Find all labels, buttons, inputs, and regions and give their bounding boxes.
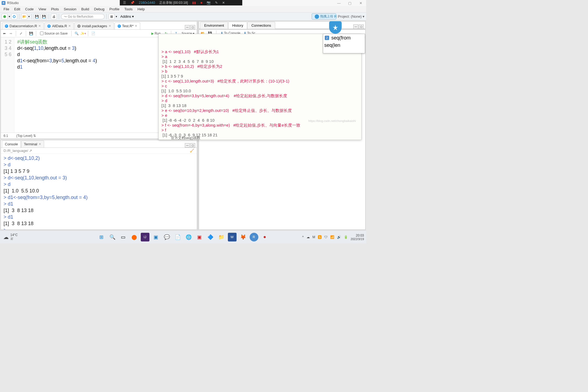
open-file-button[interactable]: 📂 bbox=[21, 14, 27, 20]
tab-test-r-[interactable]: RTest.R*✕ bbox=[115, 22, 140, 29]
record-icon[interactable]: ● bbox=[261, 233, 269, 241]
r-file-icon: R bbox=[5, 24, 8, 28]
menu-code[interactable]: Code bbox=[23, 7, 36, 11]
grid-button[interactable]: ⊞ bbox=[109, 14, 115, 20]
close-button[interactable]: ✕ bbox=[355, 0, 366, 6]
save-all-button[interactable]: 💾 bbox=[41, 14, 47, 20]
maximize-pane-icon[interactable]: ▢ bbox=[359, 24, 364, 29]
save-icon[interactable]: 💾 bbox=[29, 31, 33, 36]
thunder-app-icon[interactable] bbox=[329, 21, 342, 34]
task-view-button[interactable]: ▭ bbox=[119, 233, 128, 241]
app-icon[interactable]: IJ bbox=[141, 233, 149, 241]
camera-icon[interactable]: 📷 bbox=[207, 1, 211, 5]
wifi-icon[interactable]: 📶 bbox=[330, 235, 334, 239]
maximize-button[interactable]: ▢ bbox=[344, 0, 355, 6]
menu-edit[interactable]: Edit bbox=[12, 7, 23, 11]
close-icon[interactable]: ✕ bbox=[109, 24, 111, 28]
close-icon[interactable]: ✕ bbox=[135, 24, 137, 28]
battery-icon[interactable]: 🔋 bbox=[344, 235, 348, 239]
stop-icon[interactable]: ■ bbox=[200, 1, 202, 5]
security-icon[interactable]: 🛡 bbox=[324, 235, 327, 239]
goto-icon: ↪ bbox=[64, 15, 67, 19]
word-icon[interactable]: W bbox=[228, 233, 237, 241]
menu-debug[interactable]: Debug bbox=[91, 7, 107, 11]
pause-icon[interactable]: ▮▮ bbox=[192, 1, 196, 5]
search-button[interactable]: 🔍 bbox=[108, 233, 117, 241]
goto-input[interactable]: ↪Go to file/function bbox=[61, 14, 105, 19]
menu-tools[interactable]: Tools bbox=[122, 7, 135, 11]
find-icon[interactable]: 🔍 bbox=[74, 31, 79, 36]
screen-dimensions: 588x392 bbox=[139, 1, 155, 5]
menu-help[interactable]: Help bbox=[135, 7, 147, 11]
close-icon[interactable]: ✕ bbox=[68, 24, 71, 28]
tab-history[interactable]: History bbox=[228, 22, 247, 29]
clear-console-icon[interactable]: 🧹 bbox=[190, 149, 194, 153]
explorer-icon[interactable]: 📁 bbox=[217, 233, 226, 241]
menu-file[interactable]: File bbox=[1, 7, 12, 11]
scope-indicator[interactable]: (Top Level) ⇅ bbox=[16, 134, 36, 138]
maximize-pane-icon[interactable]: ▢ bbox=[190, 25, 195, 29]
menu-profile[interactable]: Profile bbox=[107, 7, 122, 11]
clock[interactable]: 20:032022/3/19 bbox=[351, 234, 364, 241]
tab-terminal[interactable]: Terminal✕ bbox=[21, 140, 44, 148]
tab-install-packages[interactable]: ∞install.packages✕ bbox=[74, 22, 114, 29]
start-button[interactable]: ⊞ bbox=[97, 233, 106, 241]
new-project-button[interactable] bbox=[11, 14, 17, 20]
upload-button[interactable]: 拖拽上传 bbox=[312, 13, 336, 20]
forward-icon[interactable]: ➡ bbox=[8, 31, 13, 36]
sogou-icon[interactable]: S bbox=[318, 235, 321, 239]
back-icon[interactable]: ⬅ bbox=[2, 31, 7, 36]
wand-icon[interactable]: ✨▾ bbox=[81, 31, 85, 36]
weather-icon: ☁ bbox=[3, 234, 9, 240]
recording-bar: ☰ 📌 588x392 正在录制 [00:03:18] ▮▮ ■ 📷 ✎ ✕ bbox=[120, 0, 242, 5]
chrome-icon[interactable]: 🌐 bbox=[184, 233, 193, 241]
tab-datacorrelation-r[interactable]: RDatacorrelation.R✕ bbox=[2, 22, 44, 29]
show-in-new-window-icon[interactable]: ⤢ bbox=[19, 31, 23, 36]
menu-session[interactable]: Session bbox=[61, 7, 79, 11]
app-icon[interactable]: 📄 bbox=[173, 233, 182, 241]
wechat-icon[interactable]: 💬 bbox=[163, 233, 171, 241]
minimize-pane-icon[interactable]: ― bbox=[185, 143, 190, 148]
source-on-save-checkbox[interactable]: Source on Save bbox=[39, 31, 69, 36]
app-icon[interactable]: ⬤ bbox=[130, 233, 139, 241]
maximize-pane-icon[interactable]: ▢ bbox=[190, 143, 195, 148]
minimize-button[interactable]: ― bbox=[333, 0, 344, 6]
tab-console[interactable]: Console bbox=[2, 140, 21, 148]
hamburger-icon[interactable]: ☰ bbox=[123, 1, 126, 5]
menu-view[interactable]: View bbox=[36, 7, 48, 11]
report-icon[interactable]: 📄 bbox=[91, 31, 96, 36]
print-button[interactable]: 🖨 bbox=[51, 14, 57, 20]
weather-widget[interactable]: ☁ 14°C雾 bbox=[3, 233, 18, 241]
firefox-icon[interactable]: 🦊 bbox=[239, 233, 247, 241]
minimize-pane-icon[interactable]: ― bbox=[185, 25, 190, 29]
app-icon[interactable]: 🔷 bbox=[206, 233, 215, 241]
new-file-button[interactable] bbox=[2, 14, 8, 20]
pencil-icon[interactable]: ✎ bbox=[215, 1, 218, 5]
tray-chevron-icon[interactable]: ^ bbox=[302, 235, 304, 239]
source-tabs: RDatacorrelation.R✕RAllData.R✕∞install.p… bbox=[1, 22, 197, 30]
project-selector[interactable]: RProject: (None) ▾ bbox=[334, 14, 365, 19]
menu-plots[interactable]: Plots bbox=[48, 7, 61, 11]
working-directory[interactable]: D:/R_language/⇗ 🧹 bbox=[1, 148, 197, 154]
close-icon[interactable]: ✕ bbox=[39, 142, 41, 146]
addins-button[interactable]: Addins ▾ bbox=[118, 14, 136, 19]
tab-alldata-r[interactable]: RAllData.R✕ bbox=[44, 22, 74, 29]
console-output[interactable]: > d<-seq(1,10,2) > d [1] 1 3 5 7 9 > d<-… bbox=[1, 154, 197, 229]
app-icon[interactable]: ▣ bbox=[152, 233, 160, 241]
popout-icon[interactable]: ⇗ bbox=[29, 149, 32, 153]
onedrive-icon[interactable]: ☁ bbox=[307, 235, 310, 239]
minimize-pane-icon[interactable]: ― bbox=[353, 24, 358, 29]
close-icon[interactable]: ✕ bbox=[38, 24, 41, 28]
tab-connections[interactable]: Connections bbox=[247, 22, 275, 29]
cloud-icon bbox=[315, 14, 319, 19]
menu-build[interactable]: Build bbox=[79, 7, 92, 11]
save-button[interactable]: 💾 bbox=[34, 14, 40, 20]
ime-icon[interactable]: M bbox=[313, 235, 315, 239]
app-icon[interactable]: ▣ bbox=[195, 233, 204, 241]
volume-icon[interactable]: 🔊 bbox=[337, 235, 341, 239]
seq-autocomplete-tooltip[interactable]: 2 seq(from seq(len bbox=[323, 34, 365, 53]
tab-environment[interactable]: Environment bbox=[200, 22, 228, 29]
pin-icon[interactable]: 📌 bbox=[130, 1, 134, 5]
rstudio-icon[interactable]: R bbox=[250, 233, 258, 241]
close-icon[interactable]: ✕ bbox=[222, 1, 225, 5]
